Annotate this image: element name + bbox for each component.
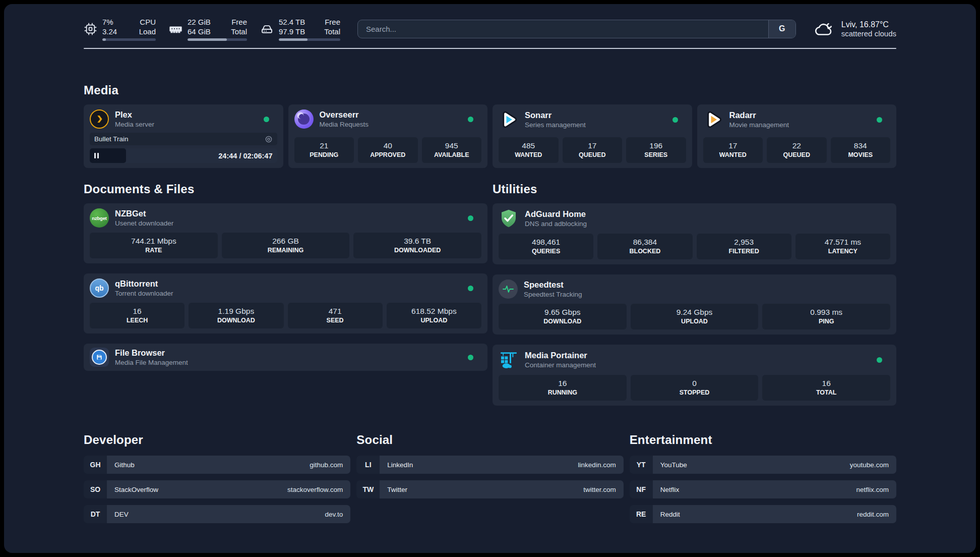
- memory-total-value: 64 GiB: [188, 27, 211, 36]
- link-pill: Reddit reddit.com: [653, 505, 896, 523]
- link-url: dev.to: [325, 511, 343, 518]
- playback-progress-bar[interactable]: 24:44 / 02:06:47: [90, 148, 277, 163]
- stat-tile-available: 945 AVAILABLE: [422, 137, 482, 163]
- nzbget-card[interactable]: nzbget NZBGet Usenet downloader 744.21 M…: [84, 203, 487, 263]
- status-dot: [672, 117, 678, 123]
- link-name: Twitter: [387, 486, 407, 493]
- card-subtitle: Torrent downloader: [115, 289, 462, 298]
- storage-stat: 52.4 TB 97.9 TB Free Total: [260, 17, 340, 41]
- speedtest-icon: [499, 280, 518, 299]
- memory-labels: Free Total: [231, 17, 247, 36]
- status-dot: [877, 357, 882, 363]
- link-name: Netflix: [660, 486, 680, 493]
- stat-tile-pending: 21 PENDING: [294, 137, 354, 163]
- dev-abbr-icon: DT: [84, 505, 107, 523]
- dashboard-panel: 7% 3.24 CPU Load: [4, 4, 976, 553]
- link-pill: DEV dev.to: [107, 505, 350, 523]
- utilities-section-title: Utilities: [493, 182, 896, 196]
- memory-free-value: 22 GiB: [188, 17, 211, 27]
- memory-progress-bar: [188, 38, 247, 41]
- card-title: Sonarr: [525, 110, 666, 121]
- status-dot: [468, 215, 473, 221]
- stat-tile-stopped: 0 STOPPED: [631, 375, 759, 401]
- plex-card[interactable]: Plex Media server Bullet Train: [84, 104, 283, 168]
- now-playing-widget: Bullet Train 24:44 / 02:06:47: [90, 129, 277, 163]
- weather-location: Lviv, 16.87°C: [841, 20, 896, 29]
- search-bar[interactable]: G: [357, 20, 796, 38]
- portainer-icon: [499, 350, 519, 370]
- link-url: stackoverflow.com: [287, 486, 343, 493]
- documents-section-title: Documents & Files: [84, 182, 487, 196]
- speedtest-card[interactable]: Speedtest Speedtest Tracking 9.65 Gbps D…: [493, 274, 896, 335]
- link-name: YouTube: [660, 461, 687, 469]
- link-youtube[interactable]: YT YouTube youtube.com: [630, 456, 896, 474]
- card-subtitle: Media Requests: [320, 120, 462, 129]
- filebrowser-card[interactable]: File Browser Media File Management: [84, 344, 487, 371]
- stat-tile-seed: 471 SEED: [288, 303, 383, 328]
- search-input[interactable]: [358, 20, 768, 38]
- reddit-abbr-icon: RE: [630, 505, 653, 523]
- weather-widget[interactable]: Lviv, 16.87°C scattered clouds: [814, 20, 896, 38]
- sonarr-card[interactable]: Sonarr Series management 485 WANTED 17 Q…: [493, 104, 692, 168]
- cpu-values: 7% 3.24: [102, 17, 117, 36]
- system-stats: 7% 3.24 CPU Load: [84, 17, 340, 41]
- adguard-card[interactable]: AdGuard Home DNS and adblocking 498,461 …: [493, 203, 896, 264]
- sonarr-icon: [499, 109, 519, 130]
- cpu-load-value: 3.24: [102, 27, 117, 36]
- link-url: netflix.com: [856, 486, 889, 493]
- top-bar: 7% 3.24 CPU Load: [84, 17, 896, 40]
- overseerr-card[interactable]: Overseerr Media Requests 21 PENDING 40 A…: [288, 104, 488, 168]
- cloud-icon: [814, 20, 834, 37]
- cpu-icon: [84, 22, 97, 36]
- card-title: File Browser: [115, 348, 462, 358]
- stat-tile-total: 16 TOTAL: [762, 375, 890, 401]
- cpu-stat: 7% 3.24 CPU Load: [84, 17, 156, 41]
- link-netflix[interactable]: NF Netflix netflix.com: [630, 480, 896, 498]
- link-name: LinkedIn: [387, 461, 413, 469]
- status-dot: [877, 117, 882, 123]
- link-github[interactable]: GH Github github.com: [84, 456, 350, 474]
- storage-free-value: 52.4 TB: [279, 17, 305, 27]
- netflix-abbr-icon: NF: [630, 480, 653, 498]
- now-playing-title-row: Bullet Train: [90, 133, 277, 145]
- stackoverflow-abbr-icon: SO: [84, 480, 107, 498]
- card-subtitle: Speedtest Tracking: [524, 290, 890, 299]
- qbittorrent-card[interactable]: qb qBittorrent Torrent downloader 16 LEE…: [84, 273, 487, 333]
- linkedin-abbr-icon: LI: [356, 456, 380, 474]
- portainer-card[interactable]: Media Portainer Container management 16 …: [493, 345, 896, 406]
- link-dev[interactable]: DT DEV dev.to: [84, 505, 350, 523]
- link-name: Github: [114, 461, 135, 469]
- stat-tile-download: 1.19 Gbps DOWNLOAD: [189, 303, 283, 328]
- stat-tile-upload: 9.24 Gbps UPLOAD: [631, 304, 759, 329]
- link-name: StackOverflow: [114, 486, 158, 493]
- link-stackoverflow[interactable]: SO StackOverflow stackoverflow.com: [84, 480, 350, 498]
- link-reddit[interactable]: RE Reddit reddit.com: [630, 505, 896, 523]
- adguard-icon: [499, 208, 519, 229]
- stat-tile-blocked: 86,384 BLOCKED: [597, 234, 692, 259]
- stat-tile-ping: 0.993 ms PING: [762, 304, 890, 329]
- radarr-card[interactable]: Radarr Movie management 17 WANTED 22 QUE…: [697, 104, 897, 168]
- link-linkedin[interactable]: LI LinkedIn linkedin.com: [356, 456, 623, 474]
- card-title: Radarr: [729, 110, 871, 121]
- stat-tile-series: 196 SERIES: [626, 137, 686, 163]
- radarr-icon: [703, 109, 723, 130]
- playback-time: 24:44 / 02:06:47: [218, 152, 272, 160]
- link-url: reddit.com: [857, 511, 889, 518]
- link-pill: YouTube youtube.com: [653, 456, 896, 474]
- link-name: Reddit: [660, 511, 680, 518]
- stat-tile-latency: 47.571 ms LATENCY: [795, 234, 890, 259]
- link-twitter[interactable]: TW Twitter twitter.com: [356, 480, 623, 498]
- search-engine-button[interactable]: G: [768, 20, 795, 38]
- cpu-labels: CPU Load: [139, 17, 156, 36]
- card-subtitle: Container management: [525, 361, 871, 369]
- card-title: NZBGet: [115, 208, 462, 219]
- overseerr-icon: [294, 109, 314, 129]
- card-subtitle: DNS and adblocking: [525, 219, 890, 228]
- ram-icon: [169, 22, 182, 36]
- card-subtitle: Series management: [525, 121, 666, 129]
- stat-tile-wanted: 17 WANTED: [703, 137, 763, 163]
- stat-tile-upload: 618.52 Mbps UPLOAD: [387, 303, 481, 328]
- cpu-usage-value: 7%: [102, 17, 117, 27]
- stat-tile-approved: 40 APPROVED: [358, 137, 418, 163]
- link-pill: Netflix netflix.com: [653, 480, 896, 498]
